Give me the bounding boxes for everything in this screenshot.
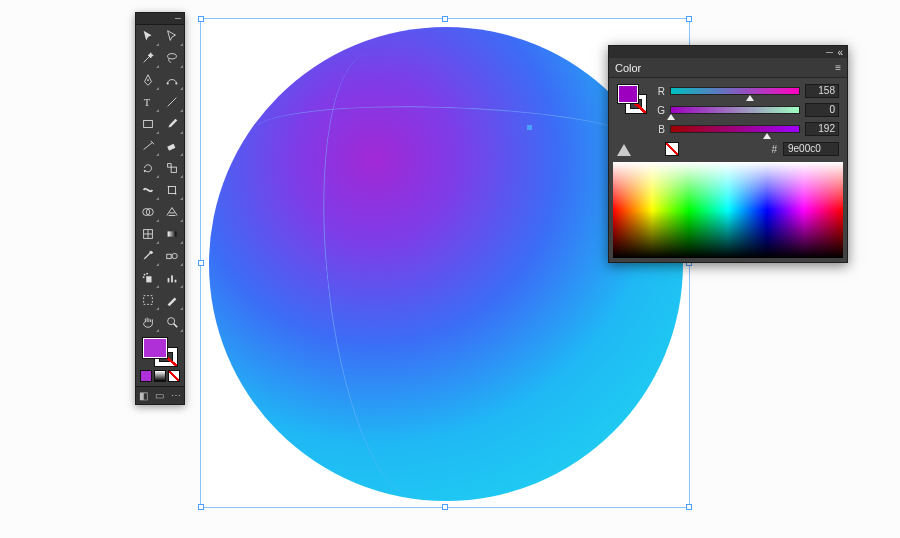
rectangle-tool[interactable]: [136, 113, 160, 135]
bbox-handle-tm[interactable]: [442, 16, 448, 22]
g-slider[interactable]: [670, 106, 800, 114]
svg-rect-25: [168, 278, 170, 282]
color-mode-gradient[interactable]: [154, 370, 166, 382]
perspective-grid-tool[interactable]: [160, 201, 184, 223]
bbox-handle-lm[interactable]: [198, 260, 204, 266]
b-label: B: [655, 124, 665, 135]
rotate-tool[interactable]: [136, 157, 160, 179]
slice-tool[interactable]: [160, 289, 184, 311]
pen-tool[interactable]: [136, 69, 160, 91]
hex-label: #: [771, 144, 777, 155]
mesh-tool[interactable]: [136, 223, 160, 245]
free-transform-tool[interactable]: [160, 179, 184, 201]
r-slider[interactable]: [670, 87, 800, 95]
bbox-handle-tl[interactable]: [198, 16, 204, 22]
svg-rect-6: [144, 121, 153, 128]
svg-rect-27: [175, 280, 177, 283]
color-tab[interactable]: Color: [615, 62, 641, 74]
r-label: R: [655, 86, 665, 97]
svg-text:T: T: [144, 97, 151, 108]
artboard-tool[interactable]: [136, 289, 160, 311]
bbox-handle-bm[interactable]: [442, 504, 448, 510]
out-of-gamut-icon[interactable]: [617, 144, 631, 156]
svg-point-29: [168, 318, 175, 325]
gradient-tool[interactable]: [160, 223, 184, 245]
svg-point-20: [172, 253, 177, 258]
magic-wand-tool[interactable]: [136, 47, 160, 69]
lasso-tool[interactable]: [160, 47, 184, 69]
svg-rect-10: [169, 187, 176, 194]
svg-point-2: [167, 82, 169, 84]
toolbar-footer: ◧ ▭ ⋯: [136, 386, 184, 404]
draw-mode-icon[interactable]: ◧: [139, 390, 148, 401]
panel-grip[interactable]: [136, 13, 184, 25]
shape-builder-tool[interactable]: [136, 201, 160, 223]
mesh-anchor-point[interactable]: [527, 125, 532, 130]
hand-tool[interactable]: [136, 311, 160, 333]
direct-selection-tool[interactable]: [160, 25, 184, 47]
svg-point-3: [175, 82, 177, 84]
svg-rect-8: [171, 167, 176, 172]
panel-grip[interactable]: «: [609, 46, 847, 58]
b-slider[interactable]: [670, 125, 800, 133]
svg-rect-28: [144, 296, 153, 305]
g-value[interactable]: 0: [805, 103, 839, 117]
svg-rect-7: [167, 144, 175, 151]
bbox-handle-bl[interactable]: [198, 504, 204, 510]
svg-line-30: [174, 324, 178, 328]
bbox-handle-br[interactable]: [686, 504, 692, 510]
svg-rect-18: [168, 231, 177, 236]
paintbrush-tool[interactable]: [160, 113, 184, 135]
eraser-tool[interactable]: [160, 135, 184, 157]
color-spectrum[interactable]: [613, 162, 843, 258]
svg-point-11: [168, 186, 170, 188]
panel-menu-icon[interactable]: ≡: [835, 62, 841, 73]
color-mode-none[interactable]: [168, 370, 180, 382]
svg-point-1: [147, 79, 149, 81]
screen-mode-icon[interactable]: ▭: [155, 390, 164, 401]
svg-point-12: [175, 193, 177, 195]
color-panel[interactable]: « Color ≡ R 158 G 0 B 192: [608, 45, 848, 263]
color-mode-solid[interactable]: [140, 370, 152, 382]
bbox-handle-tr[interactable]: [686, 16, 692, 22]
collapse-icon[interactable]: «: [837, 47, 843, 58]
fill-swatch[interactable]: [142, 337, 168, 359]
svg-rect-26: [171, 275, 173, 282]
panel-swatches: [617, 84, 649, 134]
g-label: G: [655, 105, 665, 116]
hex-value[interactable]: 9e00c0: [783, 142, 839, 156]
scale-tool[interactable]: [160, 157, 184, 179]
none-swatch[interactable]: [665, 142, 679, 156]
shaper-tool[interactable]: [136, 135, 160, 157]
selection-tool[interactable]: [136, 25, 160, 47]
panel-fill-swatch[interactable]: [617, 84, 639, 104]
svg-rect-19: [167, 254, 171, 258]
type-tool[interactable]: T: [136, 91, 160, 113]
svg-line-5: [168, 98, 177, 107]
curvature-tool[interactable]: [160, 69, 184, 91]
tool-grid: T: [136, 25, 184, 333]
svg-point-22: [144, 274, 146, 276]
blend-tool[interactable]: [160, 245, 184, 267]
width-tool[interactable]: [136, 179, 160, 201]
zoom-tool[interactable]: [160, 311, 184, 333]
fill-stroke-section: [136, 333, 184, 386]
symbol-sprayer-tool[interactable]: [136, 267, 160, 289]
svg-rect-9: [168, 164, 172, 168]
more-icon[interactable]: ⋯: [171, 390, 181, 401]
column-graph-tool[interactable]: [160, 267, 184, 289]
eyedropper-tool[interactable]: [136, 245, 160, 267]
b-value[interactable]: 192: [805, 122, 839, 136]
r-value[interactable]: 158: [805, 84, 839, 98]
tools-panel[interactable]: T ◧ ▭ ⋯: [135, 12, 185, 405]
svg-point-24: [143, 276, 145, 278]
line-segment-tool[interactable]: [160, 91, 184, 113]
svg-point-23: [146, 273, 148, 275]
mesh-line-horizontal: [253, 100, 645, 174]
svg-rect-21: [146, 276, 151, 282]
